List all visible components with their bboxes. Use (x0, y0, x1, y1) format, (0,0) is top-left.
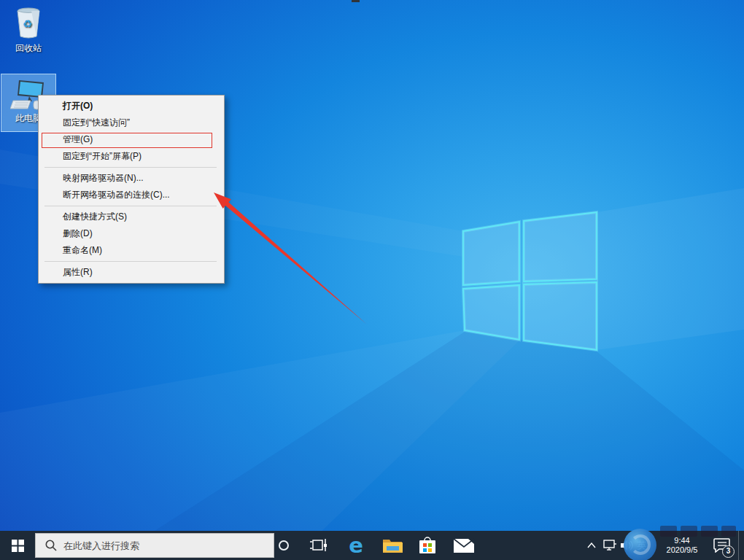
menu-item-open[interactable]: 打开(O) (39, 98, 224, 114)
start-icon (12, 540, 24, 552)
menu-item-disconnect-drive[interactable]: 断开网络驱动器的连接(C)... (39, 187, 224, 203)
recycle-bin-icon: ♻ (13, 4, 44, 41)
menu-item-properties[interactable]: 属性(R) (39, 264, 224, 281)
menu-item-map-drive[interactable]: 映射网络驱动器(N)... (39, 170, 224, 187)
edge-button[interactable]: e (338, 531, 373, 560)
network-icon (602, 540, 617, 551)
cortana-icon (279, 540, 289, 551)
top-edge-mark (352, 0, 360, 2)
store-button[interactable] (410, 531, 445, 560)
notification-badge: 3 (722, 545, 735, 558)
tray-expand-button[interactable] (583, 531, 600, 560)
taskbar: e (0, 531, 744, 560)
menu-item-pin-quick-access[interactable]: 固定到“快速访问” (39, 114, 224, 131)
recycle-bin-label: 回收站 (15, 43, 42, 53)
search-input[interactable] (63, 540, 274, 551)
network-tray-button[interactable] (600, 531, 619, 560)
mail-icon (453, 538, 475, 553)
menu-item-delete[interactable]: 删除(D) (39, 225, 224, 242)
clock-time: 9:44 (655, 536, 709, 545)
language-label: 英 (638, 539, 647, 552)
tray-chevron-icon (587, 542, 596, 548)
menu-item-manage-label: 管理(G) (63, 134, 93, 144)
task-view-button[interactable] (301, 531, 336, 560)
file-explorer-button[interactable] (375, 531, 410, 560)
desktop-icon-recycle-bin[interactable]: ♻ 回收站 (1, 4, 56, 55)
mail-button[interactable] (446, 531, 481, 560)
clock-date: 2020/9/5 (655, 545, 709, 555)
language-indicator[interactable]: 英 (634, 531, 650, 560)
task-view-icon (310, 539, 328, 552)
volume-tray-button[interactable] (618, 531, 635, 560)
menu-item-rename[interactable]: 重命名(M) (39, 242, 224, 259)
menu-separator (39, 259, 224, 264)
context-menu: 打开(O) 固定到“快速访问” 管理(G) 固定到“开始”屏幕(P) 映射网络驱… (38, 95, 225, 284)
file-explorer-icon (382, 537, 403, 553)
menu-item-pin-start[interactable]: 固定到“开始”屏幕(P) (39, 148, 224, 165)
store-icon (418, 536, 437, 555)
taskbar-search[interactable] (35, 533, 274, 558)
menu-separator (39, 165, 224, 170)
volume-icon (620, 540, 633, 551)
menu-separator (39, 203, 224, 209)
search-icon (44, 539, 58, 552)
desktop: ♻ 回收站 此电脑 打开(O) 固定到“快速访问” 管理(G) 固定到“开始”屏… (0, 0, 744, 560)
menu-item-create-shortcut[interactable]: 创建快捷方式(S) (39, 209, 224, 225)
edge-icon: e (349, 531, 363, 560)
taskbar-clock[interactable]: 9:44 2020/9/5 (655, 531, 709, 560)
svg-text:♻: ♻ (23, 18, 32, 31)
menu-item-manage[interactable]: 管理(G) (39, 131, 224, 148)
start-button[interactable] (0, 531, 35, 560)
show-desktop-strip[interactable] (738, 531, 739, 560)
